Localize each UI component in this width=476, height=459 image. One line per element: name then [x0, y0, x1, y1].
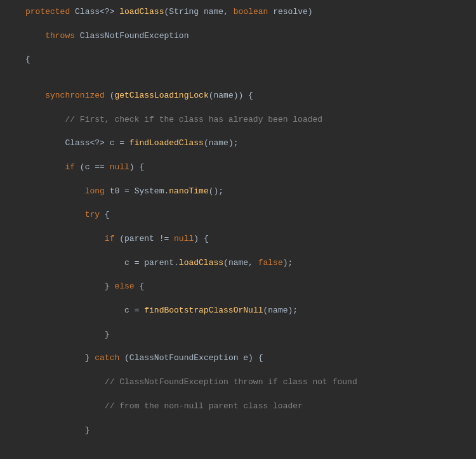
- code-line: synchronized (getClassLoadingLock(name))…: [0, 90, 476, 102]
- code-line: }: [0, 329, 476, 341]
- code-line: // ClassNotFoundException thrown if clas…: [0, 377, 476, 389]
- code-line: // from the non-null parent class loader: [0, 401, 476, 413]
- code-line: } catch (ClassNotFoundException e) {: [0, 352, 476, 365]
- code-line: } else {: [0, 281, 476, 293]
- code-line: throws ClassNotFoundException: [0, 30, 476, 42]
- code-line: if (c == null) {: [0, 162, 476, 174]
- code-line: try {: [0, 209, 476, 221]
- code-line: {: [0, 54, 476, 66]
- code-line: // First, check if the class has already…: [0, 114, 476, 126]
- code-block: protected Class<?> loadClass(String name…: [0, 6, 476, 459]
- code-line: Class<?> c = findLoadedClass(name);: [0, 138, 476, 150]
- code-line: long t0 = System.nanoTime();: [0, 186, 476, 198]
- code-line: c = parent.loadClass(name, false);: [0, 257, 476, 269]
- code-line: }: [0, 425, 476, 437]
- code-line: protected Class<?> loadClass(String name…: [0, 6, 476, 18]
- code-line: if (parent != null) {: [0, 233, 476, 245]
- code-line: c = findBootstrapClassOrNull(name);: [0, 305, 476, 317]
